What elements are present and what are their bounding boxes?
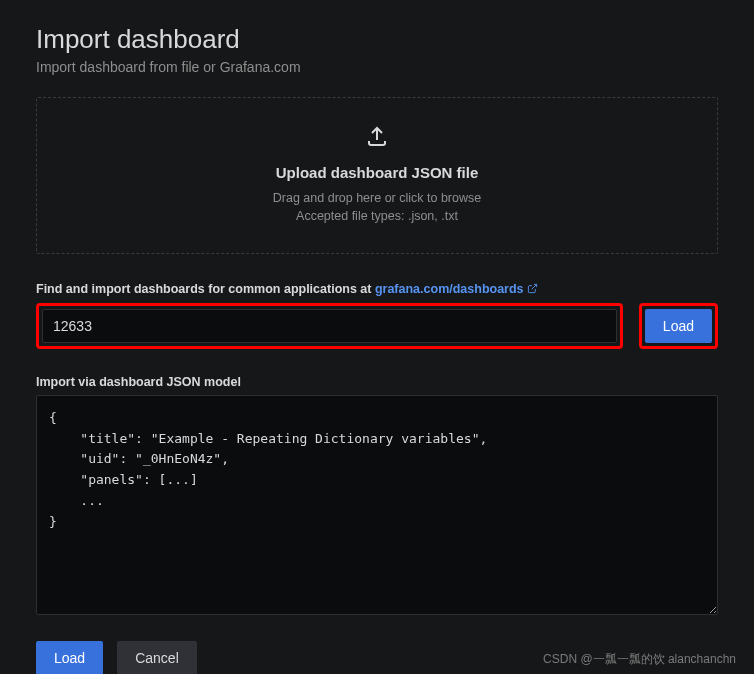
- external-link-icon: [527, 283, 538, 297]
- url-input-highlight: [36, 303, 623, 349]
- load-url-button[interactable]: Load: [645, 309, 712, 343]
- grafana-dashboards-link[interactable]: grafana.com/dashboards: [375, 282, 538, 296]
- json-field-label: Import via dashboard JSON model: [36, 375, 718, 389]
- url-label-text: Find and import dashboards for common ap…: [36, 282, 375, 296]
- upload-dropzone[interactable]: Upload dashboard JSON file Drag and drop…: [36, 97, 718, 254]
- cancel-button[interactable]: Cancel: [117, 641, 197, 674]
- page-subtitle: Import dashboard from file or Grafana.co…: [36, 59, 718, 75]
- page-title: Import dashboard: [36, 24, 718, 55]
- upload-hint-types: Accepted file types: .json, .txt: [57, 209, 697, 223]
- svg-line-1: [531, 284, 536, 289]
- json-model-textarea[interactable]: [36, 395, 718, 615]
- load-button-highlight: Load: [639, 303, 718, 349]
- load-button[interactable]: Load: [36, 641, 103, 674]
- upload-icon: [365, 124, 389, 152]
- upload-hint-browse: Drag and drop here or click to browse: [57, 191, 697, 205]
- dashboard-url-input[interactable]: [42, 309, 617, 343]
- watermark-text: CSDN @一瓢一瓢的饮 alanchanchn: [543, 651, 736, 668]
- upload-title: Upload dashboard JSON file: [57, 164, 697, 181]
- url-field-label: Find and import dashboards for common ap…: [36, 282, 718, 297]
